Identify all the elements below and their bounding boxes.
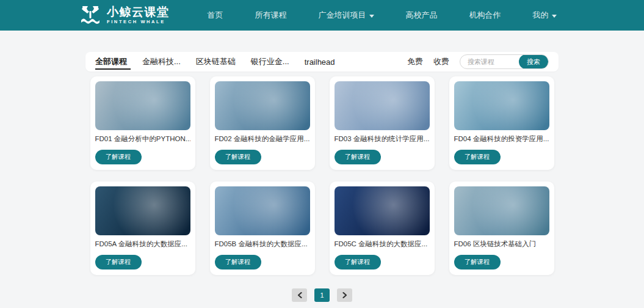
course-card: FD03 金融科技的统计学应用... 了解课程 (330, 76, 435, 170)
search-box: 搜索 (460, 54, 549, 69)
pagination: 1 (85, 288, 559, 302)
learn-course-button[interactable]: 了解课程 (95, 255, 142, 270)
page-number-active[interactable]: 1 (314, 288, 330, 302)
filter-free[interactable]: 免费 (407, 56, 423, 67)
logo-title: 小鲸云课堂 (107, 6, 170, 18)
search-input[interactable] (460, 58, 519, 65)
course-title: FD05B 金融科技的大数据应... (215, 240, 310, 249)
course-card: FD01 金融分析中的PYTHON... 了解课程 (90, 76, 195, 170)
whale-flags-icon (79, 6, 101, 25)
course-image[interactable] (335, 81, 430, 130)
course-title: FD05A 金融科技的大数据应... (95, 240, 190, 249)
course-title: FD04 金融科技的投资学应用... (454, 134, 549, 144)
learn-course-button[interactable]: 了解课程 (454, 255, 501, 270)
course-card: FD06 区块链技术基础入门 了解课程 (449, 182, 554, 275)
nav-item-university-products[interactable]: 高校产品 (406, 10, 438, 21)
learn-course-button[interactable]: 了解课程 (335, 255, 381, 270)
search-button[interactable]: 搜索 (519, 54, 548, 69)
course-title: FD03 金融科技的统计学应用... (335, 134, 430, 144)
learn-course-button[interactable]: 了解课程 (95, 150, 142, 164)
learn-course-button[interactable]: 了解课程 (335, 150, 381, 164)
course-filter-bar: 全部课程 金融科技... 区块链基础 银行业金... trailhead 免费 … (85, 52, 559, 72)
course-card: FD05A 金融科技的大数据应... 了解课程 (90, 182, 195, 275)
tab-all-courses[interactable]: 全部课程 (95, 52, 127, 72)
course-image[interactable] (215, 186, 310, 235)
nav-item-training-programs[interactable]: 广金培训项目 (319, 10, 374, 21)
course-card: FD05B 金融科技的大数据应... 了解课程 (210, 182, 315, 275)
nav-item-all-courses[interactable]: 所有课程 (255, 10, 287, 21)
course-image[interactable] (335, 186, 430, 235)
chevron-left-icon (297, 292, 302, 298)
learn-course-button[interactable]: 了解课程 (454, 150, 501, 164)
course-image[interactable] (95, 81, 190, 130)
main-nav: 首页 所有课程 广金培训项目 高校产品 机构合作 我的 (208, 10, 557, 21)
chevron-down-icon (369, 15, 374, 18)
prev-page-button[interactable] (292, 288, 307, 302)
filter-paid[interactable]: 收费 (433, 56, 449, 67)
course-title: FD05C 金融科技的大数据应... (335, 240, 430, 249)
tab-trailhead[interactable]: trailhead (305, 52, 335, 72)
course-image[interactable] (215, 81, 310, 130)
tab-fintech[interactable]: 金融科技... (142, 52, 181, 72)
next-page-button[interactable] (337, 288, 352, 302)
course-image[interactable] (454, 81, 549, 130)
tab-blockchain-basics[interactable]: 区块链基础 (196, 52, 236, 72)
learn-course-button[interactable]: 了解课程 (215, 150, 261, 164)
course-image[interactable] (454, 186, 549, 235)
course-card: FD04 金融科技的投资学应用... 了解课程 (449, 76, 554, 170)
logo-subtitle: FINTECH WHALE (107, 20, 170, 24)
course-title: FD06 区块链技术基础入门 (454, 240, 549, 249)
nav-item-institution-cooperation[interactable]: 机构合作 (469, 10, 501, 21)
tab-banking-finance[interactable]: 银行业金... (251, 52, 289, 72)
chevron-right-icon (342, 292, 347, 298)
nav-item-my[interactable]: 我的 (533, 10, 557, 21)
course-card: FD05C 金融科技的大数据应... 了解课程 (330, 182, 435, 275)
logo[interactable]: 小鲸云课堂 FINTECH WHALE (79, 6, 170, 25)
top-navbar: 小鲸云课堂 FINTECH WHALE 首页 所有课程 广金培训项目 高校产品 … (0, 0, 644, 31)
course-grid: FD01 金融分析中的PYTHON... 了解课程 FD02 金融科技的金融学应… (90, 76, 554, 275)
course-title: FD01 金融分析中的PYTHON... (95, 134, 190, 144)
nav-item-home[interactable]: 首页 (208, 10, 223, 21)
course-title: FD02 金融科技的金融学应用... (215, 134, 310, 144)
course-card: FD02 金融科技的金融学应用... 了解课程 (210, 76, 315, 170)
category-tabs: 全部课程 金融科技... 区块链基础 银行业金... trailhead (95, 52, 335, 72)
course-image[interactable] (95, 186, 190, 235)
chevron-down-icon (552, 15, 557, 18)
learn-course-button[interactable]: 了解课程 (215, 255, 261, 270)
